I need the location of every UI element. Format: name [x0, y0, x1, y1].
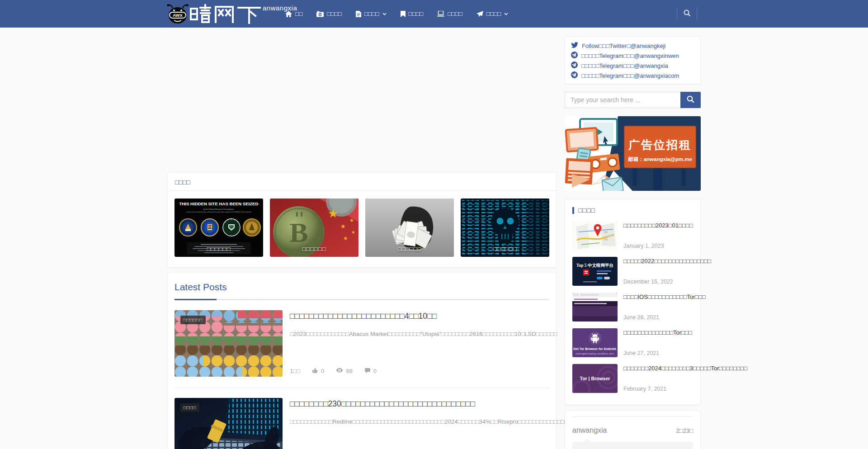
reco-item-3[interactable]: □□□□IOS□□□□□□□□□□□Tor□□□ June 28, 2021	[572, 293, 693, 321]
reco-item-4[interactable]: Get Tor Browser for Android. urself agai…	[572, 328, 693, 357]
nav-item-label: □□□□	[409, 10, 424, 17]
post-excerpt: □2023□□□□□□□□□□□□Abacus Market□□□□□□□□□“…	[290, 330, 557, 339]
reco-item-5[interactable]: Tor | Browser □□□□□□□2024□□□□□□□□3□□□□□T…	[572, 364, 693, 393]
nav-item-tech[interactable]: □□□□	[437, 10, 462, 17]
chevron-down-icon	[382, 13, 387, 15]
svg-text:邮箱：anwangxia@pm.me: 邮箱：anwangxia@pm.me	[628, 156, 692, 162]
post-item-1: □□□□□□ □□□□□□□□□□□□□□□□□□□□□□□□4□□10□□ □…	[175, 310, 549, 377]
heading-accent-bar	[572, 207, 574, 214]
post-thumb-creditcard[interactable]: □□□□	[175, 398, 283, 449]
navbar-search-button[interactable]	[677, 7, 697, 20]
camera-icon	[316, 11, 324, 17]
reco-item-1[interactable]: □□□□□□□□□2023□01□□□□ January 1, 2023	[572, 221, 693, 250]
document-icon	[356, 11, 361, 17]
post-body: □□□□□□□□□□□□□□□□□□□□□□□□4□□10□□ □2023□□□…	[290, 310, 557, 377]
reco-item-2[interactable]: Top 5 中文暗网平台 □□□□□2022□□□□□□□□□□□□□□□□ D…	[572, 257, 693, 286]
divider	[572, 416, 693, 416]
nav-item-contact[interactable]: □□□□	[476, 10, 509, 17]
post-meta: 1□□ 0 98 0	[290, 367, 557, 377]
nav-item-news[interactable]: □□□□	[316, 10, 342, 17]
nav-item-label: □□□□	[448, 10, 462, 17]
profile-message-bubble: □□□□□□□□□□□	[572, 442, 693, 449]
post-title[interactable]: □□□□□□□□□□□□□□□□□□□□□□□□4□□10□□	[290, 311, 557, 322]
featured-item-bitcoin-china[interactable]: ★ ★ ★ ★ ★ B □□□□□□	[270, 199, 359, 257]
nav-item-bookmarks[interactable]: □□□□	[401, 10, 424, 17]
search-submit-button[interactable]	[680, 92, 701, 108]
social-link-label: Follow□□□Twitter□@anwangkeji	[582, 43, 666, 49]
svg-text:广告位招租: 广告位招租	[628, 138, 692, 151]
svg-text:by the Federal Bureau of Inves: by the Federal Bureau of Investigation,	[203, 208, 235, 210]
reco-title[interactable]: □□□□□□□2024□□□□□□□□3□□□□□Tor□□□□□□□□	[623, 364, 747, 373]
reco-thumb-map	[572, 221, 618, 250]
featured-caption: □□□□□□	[175, 246, 263, 252]
social-link-telegram-3[interactable]: □□□□□Telegram□□□@anwangxiacom	[565, 71, 700, 80]
bug-logo-icon: AWX	[166, 3, 189, 27]
reco-title[interactable]: □□□□□□□□□2023□01□□□□	[623, 221, 693, 230]
profile-widget-card: anwangxia 2□23□ □□□□□□□□□□□	[565, 410, 701, 449]
svg-text:B: B	[289, 217, 308, 248]
nav-item-articles[interactable]: □□□□	[356, 10, 387, 17]
reco-date: December 15, 2022	[623, 279, 711, 286]
social-link-twitter[interactable]: Follow□□□Twitter□@anwangkeji	[565, 41, 700, 51]
page: AWX anwangxia	[0, 0, 868, 449]
svg-text:★: ★	[340, 223, 346, 230]
nav-item-label: □□□□	[486, 10, 501, 17]
social-link-label: □□□□□Telegram□□□@anwangxia	[581, 62, 668, 69]
nav-item-home[interactable]: □□	[285, 10, 302, 17]
post-category-badge[interactable]: □□□□	[180, 403, 199, 412]
featured-row: THIS HIDDEN SITE HAS BEEN SEIZED by the …	[168, 191, 556, 265]
sidebar-search	[565, 92, 701, 108]
recommended-heading: □□□□	[572, 207, 693, 214]
featured-caption: □□□□□□	[365, 246, 454, 252]
reco-date: June 27, 2021	[623, 350, 693, 357]
reco-date: February 7, 2021	[623, 386, 747, 393]
featured-caption: □□□□□□	[461, 246, 549, 252]
social-link-telegram-2[interactable]: □□□□□Telegram□□□@anwangxia	[565, 61, 700, 71]
heading-rule	[175, 299, 549, 300]
latest-posts-heading: Latest Posts	[175, 282, 549, 293]
comment-icon	[364, 368, 371, 375]
post-thumb-pills[interactable]: □□□□□□	[175, 310, 283, 377]
post-category-badge[interactable]: □□□□□□	[180, 316, 206, 324]
paper-plane-icon	[476, 11, 483, 17]
telegram-icon	[571, 61, 578, 70]
telegram-icon	[571, 71, 578, 80]
reco-title[interactable]: □□□□□2022□□□□□□□□□□□□□□□□	[623, 257, 711, 266]
nav-item-label: □□	[295, 10, 302, 17]
featured-item-seizure[interactable]: THIS HIDDEN SITE HAS BEEN SEIZED by the …	[175, 199, 263, 257]
twitter-icon	[571, 42, 578, 49]
search-icon	[684, 9, 691, 19]
likes-group: 0	[312, 367, 324, 375]
nav-item-label: □□□□	[327, 10, 342, 17]
featured-item-skull[interactable]: □□□□□□	[461, 199, 549, 257]
search-input[interactable]	[565, 92, 680, 108]
social-link-label: □□□□□Telegram□□□@anwangxinwen	[581, 52, 679, 59]
reco-title[interactable]: □□□□IOS□□□□□□□□□□□Tor□□□	[623, 293, 706, 302]
home-icon	[285, 11, 292, 17]
social-link-telegram-1[interactable]: □□□□□Telegram□□□@anwangxinwen	[565, 51, 700, 61]
ad-banner[interactable]: 广告位招租 邮箱：anwangxia@pm.me	[565, 116, 701, 191]
ad-banner-image: 广告位招租 邮箱：anwangxia@pm.me	[565, 116, 701, 191]
views-group: 98	[336, 368, 352, 374]
profile-name: anwangxia	[572, 426, 607, 435]
views-count: 98	[346, 368, 352, 374]
featured-item-money[interactable]: □□□□□□	[365, 199, 454, 257]
svg-text:as part of a coordinated law e: as part of a coordinated law enforcement…	[186, 211, 251, 213]
svg-text:★: ★	[328, 207, 338, 220]
reco-date: June 28, 2021	[623, 314, 706, 321]
profile-date: 2□23□	[676, 427, 693, 434]
divider	[175, 388, 549, 388]
nav-item-label: □□□□	[364, 10, 379, 17]
site-logo[interactable]: AWX anwangxia	[166, 3, 297, 27]
svg-text:★: ★	[349, 217, 354, 223]
reco-thumb-ios-tor	[572, 293, 618, 321]
featured-caption: □□□□□□	[270, 246, 359, 252]
post-time: 1□□	[290, 368, 300, 374]
reco-title[interactable]: □□□□□□□□□□□□□□Tor□□□	[623, 328, 693, 337]
logo-title-cjk	[189, 3, 262, 27]
search-icon	[687, 95, 694, 104]
laptop-icon	[437, 11, 444, 17]
recommended-posts-card: □□□□ □□□□□□□□□2023□01□□□□	[565, 199, 701, 405]
svg-text:Tor | Browser: Tor | Browser	[580, 376, 610, 381]
svg-text:Get Tor Browser for Android.: Get Tor Browser for Android.	[573, 347, 617, 350]
